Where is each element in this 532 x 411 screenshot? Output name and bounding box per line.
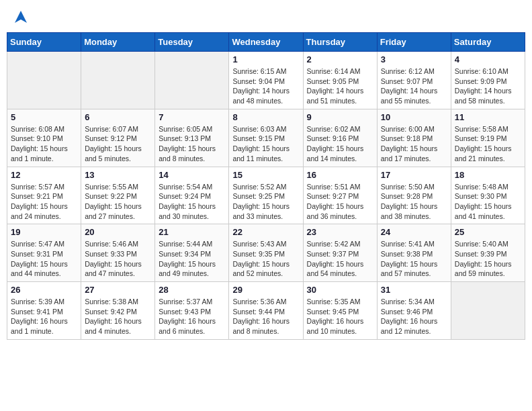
day-info: Sunrise: 5:39 AMSunset: 9:41 PMDaylight:… bbox=[11, 297, 77, 336]
day-info: Sunrise: 5:38 AMSunset: 9:42 PMDaylight:… bbox=[85, 297, 151, 336]
day-info: Sunrise: 5:37 AMSunset: 9:43 PMDaylight:… bbox=[159, 297, 225, 336]
calendar-cell: 9Sunrise: 6:02 AMSunset: 9:16 PMDaylight… bbox=[303, 109, 377, 167]
day-number: 8 bbox=[232, 112, 299, 122]
day-number: 10 bbox=[381, 112, 447, 122]
calendar-cell: 8Sunrise: 6:03 AMSunset: 9:15 PMDaylight… bbox=[229, 109, 303, 167]
weekday-header-wednesday: Wednesday bbox=[229, 33, 303, 52]
calendar-cell: 25Sunrise: 5:40 AMSunset: 9:39 PMDayligh… bbox=[451, 224, 525, 282]
day-info: Sunrise: 5:34 AMSunset: 9:46 PMDaylight:… bbox=[381, 297, 447, 336]
day-number: 5 bbox=[11, 112, 77, 122]
day-info: Sunrise: 5:54 AMSunset: 9:24 PMDaylight:… bbox=[159, 182, 225, 222]
day-info: Sunrise: 6:07 AMSunset: 9:12 PMDaylight:… bbox=[85, 124, 151, 164]
day-number: 27 bbox=[85, 285, 151, 295]
day-number: 17 bbox=[381, 170, 447, 180]
calendar-cell: 23Sunrise: 5:42 AMSunset: 9:37 PMDayligh… bbox=[303, 224, 377, 282]
calendar-cell: 27Sunrise: 5:38 AMSunset: 9:42 PMDayligh… bbox=[81, 282, 155, 340]
day-number: 4 bbox=[455, 54, 521, 64]
day-number: 21 bbox=[159, 227, 225, 237]
day-number: 16 bbox=[307, 170, 373, 180]
calendar-cell: 4Sunrise: 6:10 AMSunset: 9:09 PMDaylight… bbox=[451, 52, 525, 109]
day-number: 24 bbox=[381, 227, 447, 237]
day-info: Sunrise: 5:55 AMSunset: 9:22 PMDaylight:… bbox=[85, 182, 151, 222]
svg-marker-0 bbox=[15, 11, 27, 23]
calendar-cell: 7Sunrise: 6:05 AMSunset: 9:13 PMDaylight… bbox=[155, 109, 229, 167]
calendar-cell: 3Sunrise: 6:12 AMSunset: 9:07 PMDaylight… bbox=[377, 52, 451, 109]
calendar-cell: 10Sunrise: 6:00 AMSunset: 9:18 PMDayligh… bbox=[377, 109, 451, 167]
calendar-cell: 29Sunrise: 5:36 AMSunset: 9:44 PMDayligh… bbox=[229, 282, 303, 340]
day-info: Sunrise: 5:48 AMSunset: 9:30 PMDaylight:… bbox=[455, 182, 521, 222]
calendar-week-2: 5Sunrise: 6:08 AMSunset: 9:10 PMDaylight… bbox=[7, 109, 525, 167]
calendar-cell: 17Sunrise: 5:50 AMSunset: 9:28 PMDayligh… bbox=[377, 167, 451, 224]
day-info: Sunrise: 5:46 AMSunset: 9:33 PMDaylight:… bbox=[85, 239, 151, 279]
weekday-header-row: SundayMondayTuesdayWednesdayThursdayFrid… bbox=[7, 33, 525, 52]
day-number: 20 bbox=[85, 227, 151, 237]
day-info: Sunrise: 5:43 AMSunset: 9:35 PMDaylight:… bbox=[232, 239, 299, 279]
day-number: 28 bbox=[159, 285, 225, 295]
day-number: 13 bbox=[85, 170, 151, 180]
calendar-week-4: 19Sunrise: 5:47 AMSunset: 9:31 PMDayligh… bbox=[7, 224, 525, 282]
calendar-cell: 31Sunrise: 5:34 AMSunset: 9:46 PMDayligh… bbox=[377, 282, 451, 340]
calendar-cell: 5Sunrise: 6:08 AMSunset: 9:10 PMDaylight… bbox=[7, 109, 81, 167]
page-header bbox=[7, 7, 525, 27]
calendar-cell: 22Sunrise: 5:43 AMSunset: 9:35 PMDayligh… bbox=[229, 224, 303, 282]
weekday-header-sunday: Sunday bbox=[7, 33, 81, 52]
calendar-cell bbox=[155, 52, 229, 109]
calendar-cell: 19Sunrise: 5:47 AMSunset: 9:31 PMDayligh… bbox=[7, 224, 81, 282]
day-number: 30 bbox=[307, 285, 373, 295]
day-number: 7 bbox=[159, 112, 225, 122]
weekday-header-saturday: Saturday bbox=[451, 33, 525, 52]
day-info: Sunrise: 5:36 AMSunset: 9:44 PMDaylight:… bbox=[232, 297, 299, 336]
day-info: Sunrise: 5:50 AMSunset: 9:28 PMDaylight:… bbox=[381, 182, 447, 222]
day-info: Sunrise: 6:12 AMSunset: 9:07 PMDaylight:… bbox=[381, 66, 447, 106]
day-info: Sunrise: 6:14 AMSunset: 9:05 PMDaylight:… bbox=[307, 66, 373, 106]
day-number: 31 bbox=[381, 285, 447, 295]
calendar-cell: 21Sunrise: 5:44 AMSunset: 9:34 PMDayligh… bbox=[155, 224, 229, 282]
logo-arrow-icon bbox=[13, 9, 28, 24]
day-info: Sunrise: 5:41 AMSunset: 9:38 PMDaylight:… bbox=[381, 239, 447, 279]
calendar-cell: 2Sunrise: 6:14 AMSunset: 9:05 PMDaylight… bbox=[303, 52, 377, 109]
calendar-week-5: 26Sunrise: 5:39 AMSunset: 9:41 PMDayligh… bbox=[7, 282, 525, 340]
weekday-header-tuesday: Tuesday bbox=[155, 33, 229, 52]
calendar-cell: 26Sunrise: 5:39 AMSunset: 9:41 PMDayligh… bbox=[7, 282, 81, 340]
day-info: Sunrise: 5:51 AMSunset: 9:27 PMDaylight:… bbox=[307, 182, 373, 222]
day-info: Sunrise: 5:58 AMSunset: 9:19 PMDaylight:… bbox=[455, 124, 521, 164]
weekday-header-thursday: Thursday bbox=[303, 33, 377, 52]
calendar-cell: 14Sunrise: 5:54 AMSunset: 9:24 PMDayligh… bbox=[155, 167, 229, 224]
day-number: 26 bbox=[11, 285, 77, 295]
weekday-header-friday: Friday bbox=[377, 33, 451, 52]
day-info: Sunrise: 6:00 AMSunset: 9:18 PMDaylight:… bbox=[381, 124, 447, 164]
calendar-cell: 28Sunrise: 5:37 AMSunset: 9:43 PMDayligh… bbox=[155, 282, 229, 340]
calendar-cell: 13Sunrise: 5:55 AMSunset: 9:22 PMDayligh… bbox=[81, 167, 155, 224]
calendar-cell: 18Sunrise: 5:48 AMSunset: 9:30 PMDayligh… bbox=[451, 167, 525, 224]
calendar-cell: 1Sunrise: 6:15 AMSunset: 9:04 PMDaylight… bbox=[229, 52, 303, 109]
weekday-header-monday: Monday bbox=[81, 33, 155, 52]
calendar-table: SundayMondayTuesdayWednesdayThursdayFrid… bbox=[7, 32, 525, 340]
day-info: Sunrise: 5:40 AMSunset: 9:39 PMDaylight:… bbox=[455, 239, 521, 279]
calendar-cell bbox=[81, 52, 155, 109]
day-number: 18 bbox=[455, 170, 521, 180]
calendar-cell: 11Sunrise: 5:58 AMSunset: 9:19 PMDayligh… bbox=[451, 109, 525, 167]
logo bbox=[12, 9, 28, 24]
day-number: 11 bbox=[455, 112, 521, 122]
day-number: 6 bbox=[85, 112, 151, 122]
calendar-cell bbox=[7, 52, 81, 109]
day-info: Sunrise: 6:02 AMSunset: 9:16 PMDaylight:… bbox=[307, 124, 373, 164]
day-number: 9 bbox=[307, 112, 373, 122]
calendar-cell: 6Sunrise: 6:07 AMSunset: 9:12 PMDaylight… bbox=[81, 109, 155, 167]
calendar-week-1: 1Sunrise: 6:15 AMSunset: 9:04 PMDaylight… bbox=[7, 52, 525, 109]
day-number: 2 bbox=[307, 54, 373, 64]
calendar-cell: 16Sunrise: 5:51 AMSunset: 9:27 PMDayligh… bbox=[303, 167, 377, 224]
day-info: Sunrise: 5:35 AMSunset: 9:45 PMDaylight:… bbox=[307, 297, 373, 336]
day-number: 25 bbox=[455, 227, 521, 237]
calendar-cell: 15Sunrise: 5:52 AMSunset: 9:25 PMDayligh… bbox=[229, 167, 303, 224]
calendar-cell: 24Sunrise: 5:41 AMSunset: 9:38 PMDayligh… bbox=[377, 224, 451, 282]
day-number: 23 bbox=[307, 227, 373, 237]
day-info: Sunrise: 5:57 AMSunset: 9:21 PMDaylight:… bbox=[11, 182, 77, 222]
day-number: 22 bbox=[232, 227, 299, 237]
day-info: Sunrise: 6:08 AMSunset: 9:10 PMDaylight:… bbox=[11, 124, 77, 164]
day-number: 19 bbox=[11, 227, 77, 237]
calendar-cell: 12Sunrise: 5:57 AMSunset: 9:21 PMDayligh… bbox=[7, 167, 81, 224]
day-number: 29 bbox=[232, 285, 299, 295]
day-number: 15 bbox=[232, 170, 299, 180]
day-info: Sunrise: 6:10 AMSunset: 9:09 PMDaylight:… bbox=[455, 66, 521, 106]
